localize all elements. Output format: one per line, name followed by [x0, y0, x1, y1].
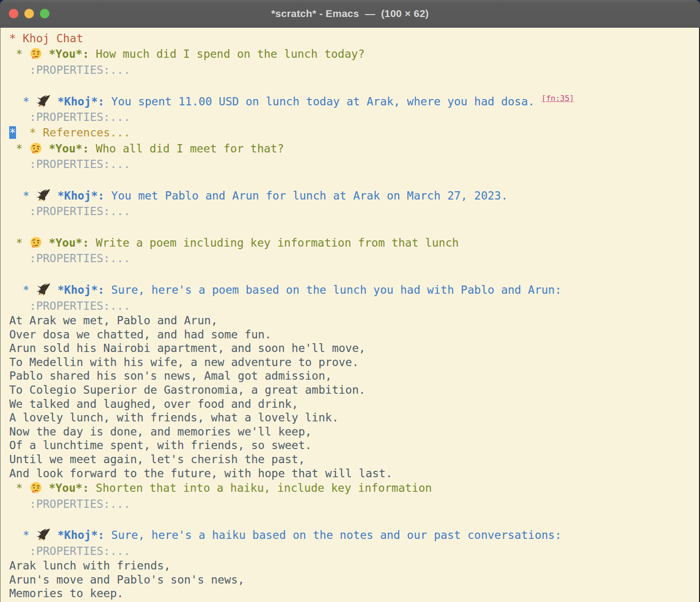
emacs-window: *scratch* - Emacs — (100 × 62) * Khoj Ch… [0, 0, 700, 602]
thinking-face-emoji [30, 141, 42, 156]
poem-line[interactable]: A lovely lunch, with friends, what a lov… [9, 411, 699, 425]
text-run: * [9, 529, 36, 541]
poem-line[interactable]: Now the day is done, and memories we'll … [9, 425, 699, 439]
text-run: *Khoj*: [57, 284, 104, 296]
minimize-button[interactable] [24, 9, 34, 18]
text-run: * [9, 95, 36, 108]
text-run: And look forward to the future, with hop… [9, 467, 392, 480]
text-run [42, 482, 49, 494]
text-run: We talked and laughed, over food and dri… [9, 398, 298, 410]
text-run: A lovely lunch, with friends, what a lov… [9, 411, 339, 424]
text-run: You spent 11.00 USD on lunch today at Ar… [104, 95, 541, 108]
thinking-face-emoji [30, 235, 42, 251]
text-run: * [9, 482, 30, 494]
poem-line[interactable]: To Medellin with his wife, a new adventu… [9, 355, 699, 369]
text-run: *Khoj*: [57, 95, 104, 108]
text-run: Until we meet again, let's cherish the p… [9, 453, 305, 466]
you-message[interactable]: * *You*: Write a poem including key info… [9, 235, 699, 251]
text-run: How much did I spend on the lunch today? [89, 48, 365, 60]
text-run: Arun's move and Pablo's son's news, [9, 573, 245, 586]
text-run: * [9, 142, 30, 155]
properties-drawer[interactable]: :PROPERTIES:... [9, 203, 699, 219]
text-run: *You*: [49, 48, 89, 60]
footnote-link[interactable]: [fn:35] [541, 94, 574, 103]
text-run: Write a poem including key information f… [89, 236, 459, 249]
text-run: To Colegio Superior de Gastronomia, a gr… [9, 384, 366, 396]
khoj-message[interactable]: * *Khoj*: You met Pablo and Arun for lun… [9, 188, 699, 203]
eagle-emoji [36, 527, 50, 543]
thinking-face-emoji [30, 46, 42, 62]
poem-line[interactable]: Arun sold his Nairobi apartment, and soo… [9, 341, 699, 355]
text-run: * [9, 189, 36, 202]
text-run [50, 189, 57, 202]
blank-line[interactable] [9, 219, 699, 235]
text-run: Pablo shared his son's news, Amal got ad… [9, 369, 332, 382]
buffer[interactable]: * Khoj Chat * *You*: How much did I spen… [0, 28, 700, 602]
haiku-line[interactable]: Memories to keep. [9, 586, 699, 601]
poem-line[interactable]: Until we meet again, let's cherish the p… [9, 452, 699, 467]
thinking-face-emoji [30, 480, 42, 496]
text-run: :PROPERTIES:... [9, 252, 130, 265]
text-run: :PROPERTIES:... [9, 300, 130, 312]
text-run: *Khoj*: [57, 189, 104, 202]
text-run: * [9, 236, 30, 249]
khoj-message[interactable]: * *Khoj*: Sure, here's a haiku based on … [9, 527, 699, 543]
you-message[interactable]: * *You*: How much did I spend on the lun… [9, 46, 699, 62]
text-run: :PROPERTIES:... [9, 545, 130, 557]
cursor: * [9, 126, 16, 139]
you-message[interactable]: * *You*: Shorten that into a haiku, incl… [9, 480, 699, 496]
properties-drawer[interactable]: :PROPERTIES:... [9, 62, 699, 78]
properties-drawer[interactable]: :PROPERTIES:... [9, 251, 699, 266]
text-run: :PROPERTIES:... [9, 498, 130, 510]
text-run: * [9, 48, 30, 60]
blank-line[interactable] [9, 172, 699, 188]
text-run: :PROPERTIES:... [9, 111, 130, 123]
text-run: *You*: [49, 482, 89, 494]
properties-drawer[interactable]: :PROPERTIES:... [9, 543, 699, 559]
text-run: * [9, 284, 36, 296]
khoj-chat-heading[interactable]: * Khoj Chat [9, 31, 699, 46]
poem-line[interactable]: Of a lunchtime spent, with friends, so s… [9, 438, 699, 452]
references-heading[interactable]: * * References... [9, 125, 699, 140]
text-run: :PROPERTIES:... [9, 158, 130, 170]
blank-line[interactable] [9, 267, 699, 282]
zoom-button[interactable] [40, 9, 50, 18]
text-run: Shorten that into a haiku, include key i… [89, 482, 432, 494]
text-run: At Arak we met, Pablo and Arun, [9, 314, 217, 327]
poem-line[interactable]: And look forward to the future, with hop… [9, 467, 699, 481]
properties-drawer[interactable]: :PROPERTIES:... [9, 109, 699, 125]
text-run: Sure, here's a poem based on the lunch y… [104, 284, 562, 296]
text-run [42, 142, 49, 155]
text-run: Memories to keep. [9, 587, 123, 600]
text-run [42, 48, 49, 60]
khoj-message[interactable]: * *Khoj*: Sure, here's a poem based on t… [9, 282, 699, 298]
poem-line[interactable]: At Arak we met, Pablo and Arun, [9, 314, 699, 328]
text-run: * Khoj Chat [9, 32, 83, 45]
eagle-emoji [36, 94, 50, 109]
close-button[interactable] [9, 9, 18, 18]
text-run: Of a lunchtime spent, with friends, so s… [9, 439, 312, 452]
poem-line[interactable]: To Colegio Superior de Gastronomia, a gr… [9, 383, 699, 397]
traffic-lights [9, 0, 50, 27]
properties-drawer[interactable]: :PROPERTIES:... [9, 156, 699, 172]
poem-line[interactable]: We talked and laughed, over food and dri… [9, 397, 699, 411]
text-run: Now the day is done, and memories we'll … [9, 425, 312, 438]
text-run [16, 126, 30, 139]
poem-line[interactable]: Pablo shared his son's news, Amal got ad… [9, 369, 699, 383]
text-run: To Medellin with his wife, a new adventu… [9, 356, 359, 368]
haiku-line[interactable]: Arun's move and Pablo's son's news, [9, 573, 699, 587]
blank-line[interactable] [9, 512, 699, 527]
you-message[interactable]: * *You*: Who all did I meet for that? [9, 141, 699, 156]
haiku-line[interactable]: Arak lunch with friends, [9, 559, 699, 573]
properties-drawer[interactable]: :PROPERTIES:... [9, 496, 699, 512]
text-run: *You*: [49, 236, 89, 249]
poem-line[interactable]: Over dosa we chatted, and had some fun. [9, 328, 699, 342]
blank-line[interactable] [9, 78, 699, 93]
text-run: Sure, here's a haiku based on the notes … [104, 529, 562, 541]
eagle-emoji [36, 188, 50, 203]
properties-drawer[interactable]: :PROPERTIES:... [9, 298, 699, 314]
window-title: *scratch* - Emacs — (100 × 62) [271, 8, 429, 19]
khoj-message[interactable]: * *Khoj*: You spent 11.00 USD on lunch t… [9, 94, 699, 109]
text-run: Arak lunch with friends, [9, 559, 170, 572]
titlebar[interactable]: *scratch* - Emacs — (100 × 62) [0, 0, 700, 28]
